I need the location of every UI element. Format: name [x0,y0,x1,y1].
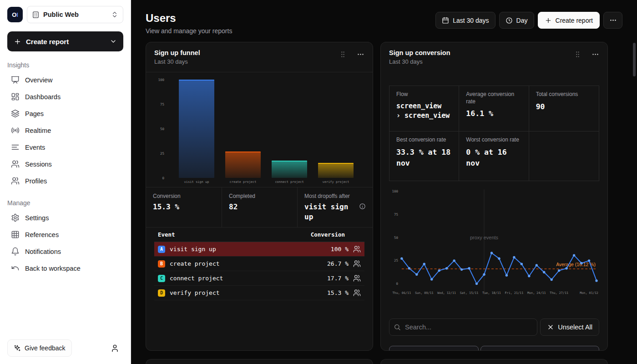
event-column-header: Event [158,231,175,238]
stat-value: 16.1 % [466,108,521,119]
users-icon[interactable] [353,260,361,268]
data-point[interactable] [415,273,418,276]
y-axis-tick: 25 [394,258,398,263]
data-point[interactable] [400,257,403,259]
y-axis-tick: 0 [162,176,164,180]
event-row-connect-project[interactable]: Cconnect project17.7 % [154,271,364,286]
card-menu-button[interactable] [357,51,364,60]
nav-section-label-insights: Insights [7,61,123,69]
sidebar-item-back-to-workspace[interactable]: Back to workspace [7,260,123,277]
date-range-button[interactable]: Last 30 days [435,12,495,29]
conversion-step-row [389,346,599,351]
page-menu-button[interactable] [603,12,622,29]
data-point[interactable] [460,268,463,271]
funnel-bar-create-project[interactable] [225,152,261,178]
sidebar-item-sessions[interactable]: Sessions [7,156,123,172]
users-icon[interactable] [353,274,361,282]
step-box[interactable] [480,346,599,351]
funnel-stat-most-dropoffs-after: Most dropoffs aftervisit sign up [297,187,373,227]
event-row-verify-project[interactable]: Dverify project15.3 % [154,286,364,300]
funnel-card-header: Sign up funnel Last 30 days [146,42,373,72]
sidebar-item-label: Dashboards [25,93,61,101]
interval-label: Day [516,17,528,24]
funnel-bar-visit-sign-up[interactable] [179,80,214,178]
data-point[interactable] [483,273,485,276]
sidebar-item-settings[interactable]: Settings [7,209,123,226]
stat-label: Total conversions [536,91,592,98]
event-name: connect project [170,275,323,282]
sidebar-item-events[interactable]: Events [7,139,123,156]
sidebar-item-realtime[interactable]: Realtime [7,122,123,139]
step-badge: C [158,275,165,282]
users-icon[interactable] [353,289,361,297]
data-point[interactable] [528,275,530,277]
info-icon[interactable] [359,203,366,210]
sidebar-footer: Give feedback [7,339,123,357]
stat-label: Average conversion rate [466,91,521,105]
funnel-bar-verify-project[interactable] [318,163,354,178]
data-point[interactable] [423,263,425,265]
data-point[interactable] [438,269,440,272]
grip-icon [574,51,581,58]
sidebar-item-profiles[interactable]: Profiles [7,172,123,189]
funnel-bar-connect-project[interactable] [272,161,307,178]
data-point[interactable] [498,257,500,259]
search-input[interactable] [389,318,537,336]
data-point[interactable] [506,274,508,276]
date-range-label: Last 30 days [453,17,489,24]
unselect-all-button[interactable]: Unselect All [540,318,599,336]
conversion-column-header: Conversion [311,231,345,238]
event-row-visit-sign-up[interactable]: Avisit sign up100 % [154,242,364,257]
data-point[interactable] [408,267,410,269]
create-report-button[interactable]: Create report [7,31,123,51]
data-point[interactable] [453,259,455,262]
radio-icon [11,126,20,135]
data-point[interactable] [573,254,575,256]
sidebar-item-dashboards[interactable]: Dashboards [7,88,123,105]
sidebar-item-overview[interactable]: Overview [7,71,123,88]
sidebar-item-notifications[interactable]: Notifications [7,243,123,260]
workspace-selector[interactable]: Public Web [27,6,123,23]
data-point[interactable] [595,279,597,282]
sidebar-item-pages[interactable]: Pages [7,105,123,122]
table-header-row: Event Conversion [154,228,364,242]
x-axis-tick: Sun, 09/11 [415,291,434,295]
y-axis-tick: 75 [160,102,164,106]
data-point[interactable] [580,262,582,264]
x-axis-tick: Thu, 06/11 [393,291,411,295]
scrollbar-thumb[interactable] [633,43,636,76]
stat-value-text: 15.3 % [153,202,179,212]
data-point[interactable] [551,278,553,281]
bell-icon [11,247,20,256]
event-row-create-project[interactable]: Bcreate project26.7 % [154,257,364,271]
data-point[interactable] [536,264,538,266]
give-feedback-button[interactable]: Give feedback [7,339,72,357]
data-point[interactable] [430,278,433,280]
drag-handle[interactable] [339,51,347,60]
data-point[interactable] [475,283,478,285]
data-point[interactable] [521,263,523,265]
data-point[interactable] [468,267,470,269]
data-point[interactable] [565,267,567,269]
ellipsis-icon [357,51,364,58]
x-axis-tick: Sat, 15/11 [460,291,479,295]
data-point[interactable] [558,269,560,272]
data-point[interactable] [513,256,515,258]
create-report-header-button[interactable]: Create report [538,12,600,29]
drag-handle[interactable] [574,51,581,60]
interval-button[interactable]: Day [499,12,534,29]
data-point[interactable] [445,267,448,269]
users-icon[interactable] [353,245,361,253]
step-box[interactable] [389,346,479,351]
y-axis-tick: 50 [394,236,398,240]
conversion-stat-total-conversions: Total conversions90 [529,86,599,131]
sidebar-item-label: Notifications [25,248,61,255]
chevron-down-icon [110,38,117,45]
funnel-card-actions [339,49,364,60]
data-point[interactable] [588,259,590,262]
card-menu-button[interactable] [592,51,599,60]
data-point[interactable] [543,271,545,273]
profile-button[interactable] [106,339,123,357]
data-point[interactable] [490,252,493,254]
sidebar-item-references[interactable]: References [7,226,123,243]
